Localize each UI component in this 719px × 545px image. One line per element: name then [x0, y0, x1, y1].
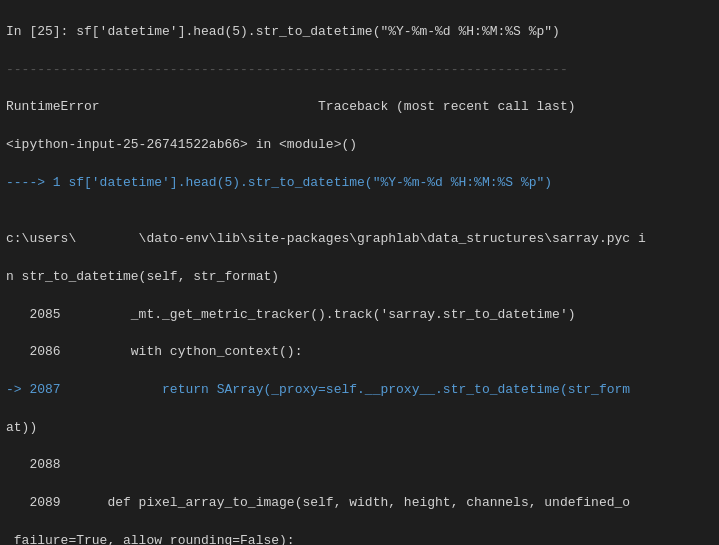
- terminal-line: RuntimeError Traceback (most recent call…: [6, 98, 713, 117]
- terminal-line: ----> 1 sf['datetime'].head(5).str_to_da…: [6, 174, 713, 193]
- terminal-line: -> 2087 return SArray(_proxy=self.__prox…: [6, 381, 713, 400]
- terminal-line: 2086 with cython_context():: [6, 343, 713, 362]
- terminal-line: 2088: [6, 456, 713, 475]
- terminal-line: at)): [6, 419, 713, 438]
- terminal-line: c:\users\ \dato-env\lib\site-packages\gr…: [6, 230, 713, 249]
- terminal-line: In [25]: sf['datetime'].head(5).str_to_d…: [6, 23, 713, 42]
- terminal-line: 2085 _mt._get_metric_tracker().track('sa…: [6, 306, 713, 325]
- terminal-line: n str_to_datetime(self, str_format): [6, 268, 713, 287]
- terminal-output: In [25]: sf['datetime'].head(5).str_to_d…: [0, 0, 719, 545]
- terminal-line: _failure=True, allow_rounding=False):: [6, 532, 713, 545]
- terminal-line: ----------------------------------------…: [6, 61, 713, 80]
- terminal-line: 2089 def pixel_array_to_image(self, widt…: [6, 494, 713, 513]
- terminal-line: <ipython-input-25-26741522ab66> in <modu…: [6, 136, 713, 155]
